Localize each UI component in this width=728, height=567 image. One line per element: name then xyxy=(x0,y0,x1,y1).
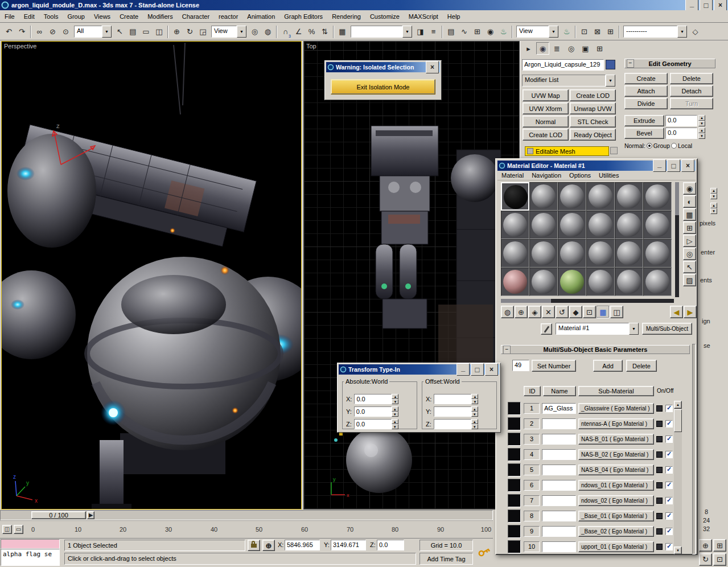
object-color-swatch[interactable] xyxy=(606,60,615,69)
quick-render-icon[interactable] xyxy=(560,26,573,38)
modifier-stack-item[interactable]: Editable Mesh xyxy=(525,146,609,156)
row-onoff-checkbox[interactable] xyxy=(665,482,673,489)
row-name-input[interactable] xyxy=(542,480,576,491)
row-submaterial-button[interactable]: upport_01 ( Ego Material ) xyxy=(578,541,654,552)
selection-filter-dropdown[interactable]: All xyxy=(74,26,112,38)
toolbar-extra-icon[interactable] xyxy=(604,26,617,38)
select-by-material-icon[interactable] xyxy=(683,261,696,273)
bevel-spinner[interactable] xyxy=(698,128,705,139)
bind-spacewarp-icon[interactable] xyxy=(59,26,72,38)
undo-icon[interactable] xyxy=(2,26,15,38)
render-type-dropdown[interactable]: View xyxy=(516,26,558,38)
col-id-header[interactable]: ID xyxy=(524,386,541,396)
panel-fragment-spinner[interactable] xyxy=(710,203,717,214)
maxscript-listener-output[interactable] xyxy=(1,539,60,549)
menu-customize[interactable]: Customize xyxy=(365,11,404,22)
local-radio[interactable] xyxy=(671,143,677,149)
create-lod2-button[interactable]: Create LOD xyxy=(523,129,569,141)
material-map-navigator-icon[interactable] xyxy=(683,274,696,286)
material-sample[interactable] xyxy=(501,268,529,296)
redo-icon[interactable] xyxy=(15,26,28,38)
menu-material[interactable]: Material xyxy=(497,171,528,180)
menu-file[interactable]: File xyxy=(0,11,19,22)
material-sample[interactable] xyxy=(558,182,586,211)
move-icon[interactable] xyxy=(170,26,183,38)
material-preview-swatch[interactable] xyxy=(508,525,521,538)
maximize-viewport-icon[interactable] xyxy=(713,553,726,566)
rect-region-icon[interactable] xyxy=(139,26,153,38)
curve-editor-icon[interactable] xyxy=(458,26,471,38)
stl-check-button[interactable]: STL Check xyxy=(570,116,616,128)
exit-isolation-button[interactable]: Exit Isolation Mode xyxy=(331,79,435,94)
sample-type-icon[interactable] xyxy=(683,182,696,195)
abs-z-input[interactable]: 0.0 xyxy=(354,419,392,429)
menu-character[interactable]: Character xyxy=(178,11,214,22)
off-z-input[interactable] xyxy=(434,419,471,429)
group-radio[interactable] xyxy=(647,143,652,149)
maximize-button[interactable] xyxy=(700,0,713,11)
uvw-xform-button[interactable]: UVW Xform xyxy=(523,102,569,114)
material-editor-titlebar[interactable]: Material Editor - Material #1 xyxy=(497,161,696,171)
absolute-offset-toggle-button[interactable] xyxy=(262,540,275,551)
material-sample[interactable] xyxy=(643,211,672,239)
close-icon[interactable] xyxy=(485,363,498,376)
row-name-input[interactable]: AG_Glass xyxy=(542,403,576,414)
rotate-icon[interactable] xyxy=(183,26,196,38)
attach-button[interactable]: Attach xyxy=(624,85,668,97)
show-keys-icon[interactable] xyxy=(14,525,23,534)
menu-rendering[interactable]: Rendering xyxy=(327,11,365,22)
align-icon[interactable] xyxy=(427,26,440,38)
row-color-swatch[interactable] xyxy=(656,513,663,519)
row-name-input[interactable] xyxy=(542,465,576,475)
abs-y-input[interactable]: 0.0 xyxy=(354,406,392,417)
modifier-list-dropdown[interactable]: Modifier List xyxy=(522,75,615,87)
material-sample[interactable] xyxy=(643,268,672,296)
material-sample[interactable] xyxy=(529,268,558,296)
row-submaterial-button[interactable]: ndows_01 ( Ego Material ) xyxy=(578,480,654,491)
viewport-label[interactable]: Top xyxy=(306,43,316,50)
material-sample[interactable] xyxy=(501,182,529,211)
row-submaterial-button[interactable]: ndows_02 ( Ego Material ) xyxy=(578,495,654,506)
material-sample[interactable] xyxy=(558,268,586,296)
time-slider-track[interactable]: 0 / 100 xyxy=(0,510,493,520)
table-scrollbar[interactable]: ▲ ▼ xyxy=(674,401,682,554)
sample-hscroll[interactable] xyxy=(501,299,674,303)
off-z-spinner[interactable] xyxy=(471,419,478,429)
row-name-input[interactable] xyxy=(542,541,576,552)
material-preview-swatch[interactable] xyxy=(508,479,521,492)
abs-x-spinner[interactable] xyxy=(392,394,398,404)
row-color-swatch[interactable] xyxy=(656,482,663,488)
lock-selection-button[interactable] xyxy=(248,540,260,551)
row-onoff-checkbox[interactable] xyxy=(665,528,673,535)
row-color-swatch[interactable] xyxy=(656,544,663,550)
mirror-icon[interactable] xyxy=(414,26,427,38)
multisub-params-header[interactable]: Multi/Sub-Object Basic Parameters xyxy=(501,345,690,354)
go-forward-icon[interactable] xyxy=(684,306,697,318)
preset-dropdown[interactable]: ---------- xyxy=(623,26,687,38)
menu-views[interactable]: Views xyxy=(89,11,115,22)
bevel-button[interactable]: Bevel xyxy=(624,128,664,139)
tab-utilities[interactable] xyxy=(593,42,606,55)
reset-map-icon[interactable] xyxy=(542,306,555,318)
select-by-name-icon[interactable] xyxy=(126,26,139,38)
add-button[interactable]: Add xyxy=(593,360,623,372)
tab-hierarchy[interactable] xyxy=(550,42,564,55)
close-icon[interactable] xyxy=(426,61,439,73)
set-number-button[interactable]: Set Number xyxy=(532,360,576,372)
menu-group[interactable]: Group xyxy=(63,11,89,22)
minimize-icon[interactable] xyxy=(653,159,666,172)
menu-reactor[interactable]: reactor xyxy=(214,11,242,22)
menu-graph-editors[interactable]: Graph Editors xyxy=(279,11,327,22)
zoom-all-icon[interactable] xyxy=(713,539,726,552)
warning-dialog-titlebar[interactable]: Warning: Isolated Selection xyxy=(326,62,440,72)
reference-coordinate-dropdown[interactable]: View xyxy=(211,26,246,38)
row-onoff-checkbox[interactable] xyxy=(665,435,673,443)
row-onoff-checkbox[interactable] xyxy=(665,451,673,458)
group-radio-label[interactable]: Group xyxy=(653,142,670,149)
row-onoff-checkbox[interactable] xyxy=(665,420,673,428)
menu-utilities[interactable]: Utilities xyxy=(595,171,623,180)
row-name-input[interactable] xyxy=(542,511,576,521)
panel-fragment-spinner[interactable] xyxy=(710,188,717,199)
abs-z-spinner[interactable] xyxy=(392,419,398,429)
toolbar-extra-icon[interactable] xyxy=(689,26,702,38)
